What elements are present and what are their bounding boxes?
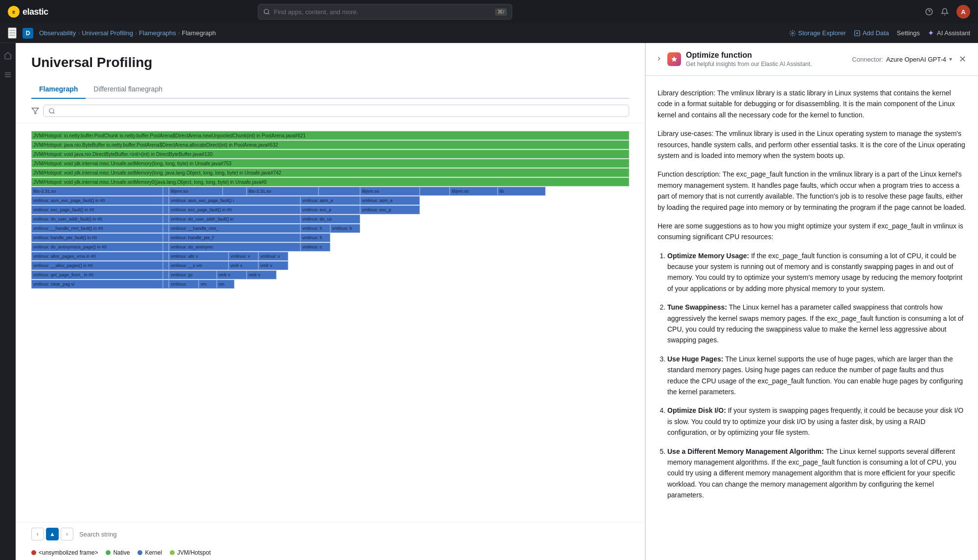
fg-block[interactable]: JVM/Hotspot: void jdk.internal.misc.Unsa… [31, 178, 629, 186]
fg-block[interactable]: libjvm.so [169, 187, 223, 196]
fg-block[interactable]: vmlinux: do_user_addr_fault() in [169, 215, 300, 224]
fg-row-native-allocpages[interactable]: vmlinux: alloc_pages_vma in #0 vmlinux: … [31, 252, 629, 261]
fg-block[interactable]: vmlinux: get_page_from_ in #0 [31, 270, 163, 279]
search-filter[interactable]: host.id:"908435858525252788786" and proc… [43, 105, 629, 117]
fg-block[interactable] [163, 224, 169, 233]
fg-block[interactable]: vmlinux: h [300, 233, 330, 242]
fg-block[interactable] [420, 187, 450, 196]
fg-block[interactable]: vmlinux: [169, 280, 199, 289]
fg-block[interactable]: vmlinux: exc_page_fault() in #0 [31, 205, 163, 214]
fg-block[interactable]: vmlr v [228, 261, 258, 270]
fg-block[interactable] [163, 243, 169, 251]
fg-row-native-doanon[interactable]: vmlinux: do_anonymous_page() in #0 vmlin… [31, 243, 629, 251]
fg-row-native-exc[interactable]: vmlinux: exc_page_fault() in #0 vmlinux:… [31, 205, 629, 214]
nav-prev-button[interactable]: ‹ [31, 528, 44, 540]
hamburger-menu[interactable]: ☰ [8, 27, 17, 39]
fg-block[interactable]: vmlinux: exc_page_fault() in #0 [169, 205, 300, 214]
flamegraph-container[interactable]: JVM/Hotspot: io.netty.buffer.PoolChunk i… [16, 123, 645, 522]
add-data-button[interactable]: Add Data [854, 29, 889, 37]
fg-block[interactable]: vmlinux: exc_p [300, 205, 360, 214]
fg-block[interactable] [163, 261, 169, 270]
fg-row-jvm-5[interactable]: JVM/Hotspot: void jdk.internal.misc.Unsa… [31, 168, 629, 177]
ai-content[interactable]: Library description: The vmlinux library… [646, 76, 978, 560]
fg-block[interactable]: vmlinux: __x vm [169, 261, 228, 270]
fg-block[interactable]: vmlinux: v [228, 252, 258, 261]
nav-next-button[interactable]: › [61, 528, 73, 540]
fg-block[interactable]: libc-2.31.so [31, 187, 163, 196]
fg-block[interactable]: vmlinux: clear_pag vi [31, 280, 163, 289]
settings-button[interactable]: Settings [897, 29, 920, 37]
fg-row-jvm-4[interactable]: JVM/Hotspot: void jdk.internal.misc.Unsa… [31, 159, 629, 168]
fg-block[interactable]: libjvm.so [450, 187, 498, 196]
fg-block[interactable]: libc-2.31.so [247, 187, 318, 196]
fg-block[interactable]: vmlinux: exc_p [360, 205, 420, 214]
breadcrumb-flamegraphs[interactable]: Flamegraphs [139, 29, 176, 37]
fg-block[interactable]: vm [217, 280, 235, 289]
fg-block[interactable] [163, 252, 169, 261]
fg-block[interactable]: vmlr v [258, 261, 288, 270]
fg-block[interactable]: JVM/Hotspot: io.netty.buffer.PoolChunk i… [31, 131, 629, 140]
connector-value[interactable]: Azure OpenAI GPT-4 [886, 56, 946, 63]
fg-row-native-1[interactable]: libc-2.31.so libjvm.so libc-2.31.so libj… [31, 187, 629, 196]
fg-block[interactable]: vmlinux: __handle_mm_fault() in #0 [31, 224, 163, 233]
fg-block[interactable]: vmlinux: gc [169, 270, 217, 279]
fg-row-jvm-1[interactable]: JVM/Hotspot: io.netty.buffer.PoolChunk i… [31, 131, 629, 140]
flamegraph-scroll[interactable]: JVM/Hotspot: io.netty.buffer.PoolChunk i… [16, 123, 645, 522]
fg-block[interactable]: JVM/Hotspot: void jdk.internal.misc.Unsa… [31, 159, 629, 168]
nav-home-button[interactable]: ▲ [46, 528, 59, 540]
workspace-badge[interactable]: D [23, 28, 33, 39]
fg-block[interactable] [163, 196, 169, 205]
sidebar-nav-icon[interactable] [1, 49, 15, 64]
breadcrumb-universal-profiling[interactable]: Universal Profiling [82, 29, 133, 37]
fg-block[interactable] [163, 205, 169, 214]
fg-block[interactable]: vmlinux: __alloc_pages() in #0 [31, 261, 163, 270]
fg-block[interactable]: vmlinux: __handle_mm_ [169, 224, 300, 233]
fg-block[interactable]: libjvm.so [360, 187, 420, 196]
fg-row-native-alloc[interactable]: vmlinux: __alloc_pages() in #0 vmlinux: … [31, 261, 629, 270]
fg-row-native-handle-mm[interactable]: vmlinux: __handle_mm_fault() in #0 vmlin… [31, 224, 629, 233]
filter-input[interactable]: host.id:"908435858525252788786" and proc… [58, 107, 624, 114]
fg-block[interactable]: vmlinux: asm_exc_page_fault() i [169, 196, 300, 205]
fg-block[interactable]: vmlinux: alloc_pages_vma in #0 [31, 252, 163, 261]
fg-block[interactable]: vmlinux: asm_e [360, 196, 420, 205]
fg-block[interactable]: vmlinux: handle_pte_f [169, 233, 300, 242]
fg-row-native-douser[interactable]: vmlinux: do_user_addr_fault() in #0 vmli… [31, 215, 629, 224]
fg-block[interactable]: vmlinux: asm_exc_page_fault() in #0 [31, 196, 163, 205]
notifications-button[interactable] [941, 8, 949, 16]
fg-row-native-asm[interactable]: vmlinux: asm_exc_page_fault() in #0 vmli… [31, 196, 629, 205]
close-button[interactable]: ✕ [957, 52, 968, 67]
fg-block[interactable]: lib [498, 187, 546, 196]
fg-block[interactable]: vmlinux: c [300, 243, 330, 251]
tab-differential[interactable]: Differential flamegraph [86, 80, 170, 99]
global-search-bar[interactable]: ⌘/ [258, 4, 512, 20]
fg-block[interactable]: vmlinux: do_anonymc [169, 243, 300, 251]
fg-block[interactable]: JVM/Hotspot: void java.nio.DirectByteBuf… [31, 150, 629, 158]
fg-block[interactable]: vmlinux: do_user_addr_fault() in #0 [31, 215, 163, 224]
fg-block[interactable]: vmlinux: handle_pte_fault() in #0 [31, 233, 163, 242]
fg-block[interactable]: vmlinux: asm_a [300, 196, 360, 205]
fg-row-jvm-3[interactable]: JVM/Hotspot: void java.nio.DirectByteBuf… [31, 150, 629, 158]
fg-block[interactable]: JVM/Hotspot: void jdk.internal.misc.Unsa… [31, 168, 629, 177]
fg-block[interactable]: vmlinux: v [258, 252, 288, 261]
connector-select[interactable]: Connector: Azure OpenAI GPT-4 ▾ [852, 56, 952, 63]
fg-block[interactable]: vmlinux: do_us [300, 215, 360, 224]
fg-row-native-clearpag[interactable]: vmlinux: clear_pag vi vmlinux: vm vm [31, 280, 629, 289]
fg-row-native-getpage[interactable]: vmlinux: get_page_from_ in #0 vmlinux: g… [31, 270, 629, 279]
search-input[interactable] [274, 8, 491, 16]
fg-block[interactable] [163, 215, 169, 224]
fg-row-jvm-6[interactable]: JVM/Hotspot: void jdk.internal.misc.Unsa… [31, 178, 629, 186]
sidebar-menu-icon[interactable] [1, 68, 15, 83]
fg-block[interactable]: vmlinux: h [330, 224, 360, 233]
fg-block[interactable]: vmlinux: do_anonymous_page() in #0 [31, 243, 163, 251]
storage-explorer-button[interactable]: Storage Explorer [789, 29, 846, 37]
fg-row-native-handle-pte[interactable]: vmlinux: handle_pte_fault() in #0 vmlinu… [31, 233, 629, 242]
collapse-button[interactable] [656, 55, 662, 64]
fg-block[interactable]: JVM/Hotspot: java.nio.ByteBuffer io.nett… [31, 140, 629, 149]
fg-block[interactable] [318, 187, 361, 196]
fg-block[interactable] [163, 187, 169, 196]
help-button[interactable] [925, 8, 933, 16]
fg-block[interactable]: vmlinux: h [300, 224, 330, 233]
fg-block[interactable]: vmlinux: allc v [169, 252, 228, 261]
fg-block[interactable]: vm [199, 280, 217, 289]
fg-block[interactable]: vmlr v [247, 270, 276, 279]
